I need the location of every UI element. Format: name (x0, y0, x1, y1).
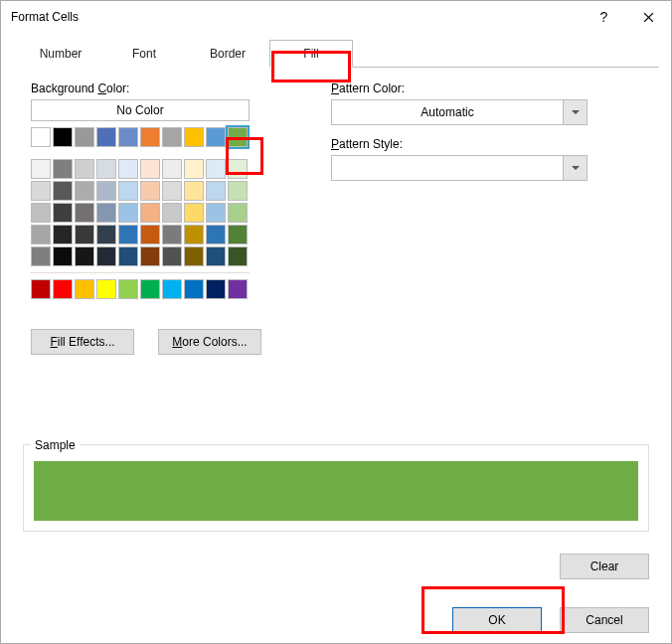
color-swatch[interactable] (206, 279, 226, 299)
chevron-down-icon (563, 100, 587, 124)
color-palette (31, 127, 261, 266)
tab-border[interactable]: Border (186, 40, 269, 68)
color-swatch[interactable] (31, 225, 51, 244)
color-swatch[interactable] (206, 159, 226, 179)
color-swatch[interactable] (184, 159, 204, 179)
close-button[interactable] (626, 1, 671, 33)
color-swatch[interactable] (206, 225, 226, 244)
window-title: Format Cells (11, 10, 79, 24)
background-color-label: Background Color: (31, 81, 261, 95)
color-swatch[interactable] (96, 127, 116, 147)
color-swatch[interactable] (118, 127, 138, 147)
color-swatch[interactable] (31, 159, 51, 179)
color-swatch[interactable] (140, 159, 160, 179)
color-swatch[interactable] (96, 203, 116, 223)
color-swatch[interactable] (162, 246, 182, 266)
color-swatch[interactable] (206, 127, 226, 147)
color-swatch[interactable] (53, 203, 73, 223)
color-swatch[interactable] (162, 225, 182, 244)
color-swatch[interactable] (162, 279, 182, 299)
pattern-color-value: Automatic (332, 105, 563, 119)
color-swatch[interactable] (140, 225, 160, 244)
color-swatch[interactable] (162, 159, 182, 179)
color-swatch[interactable] (118, 159, 138, 179)
right-column: Pattern Color: Automatic Pattern Style: (331, 81, 588, 355)
color-swatch[interactable] (53, 225, 73, 244)
tabstrip: Number Font Border Fill (19, 39, 659, 68)
color-swatch[interactable] (75, 246, 94, 266)
standard-colors-row (31, 279, 261, 299)
color-swatch[interactable] (118, 246, 138, 266)
color-swatch[interactable] (118, 225, 138, 244)
titlebar: Format Cells ? (1, 1, 671, 33)
color-swatch[interactable] (206, 181, 226, 201)
color-swatch[interactable] (75, 225, 94, 244)
chevron-down-icon (563, 156, 587, 180)
pattern-style-dropdown[interactable] (331, 155, 588, 181)
color-swatch[interactable] (75, 203, 94, 223)
color-swatch[interactable] (228, 159, 248, 179)
help-button[interactable]: ? (582, 1, 626, 33)
color-swatch[interactable] (140, 127, 160, 147)
color-swatch[interactable] (118, 203, 138, 223)
fill-effects-button[interactable]: Fill Effects... (31, 329, 134, 355)
more-colors-button[interactable]: More Colors... (158, 329, 261, 355)
color-swatch[interactable] (96, 181, 116, 201)
color-swatch[interactable] (140, 203, 160, 223)
color-swatch[interactable] (184, 279, 204, 299)
color-swatch[interactable] (96, 159, 116, 179)
color-swatch[interactable] (96, 246, 116, 266)
color-swatch[interactable] (53, 181, 73, 201)
color-swatch[interactable] (206, 246, 226, 266)
pattern-color-dropdown[interactable]: Automatic (331, 99, 588, 125)
color-swatch[interactable] (228, 246, 248, 266)
color-swatch[interactable] (118, 279, 138, 299)
color-swatch[interactable] (206, 203, 226, 223)
color-swatch[interactable] (31, 181, 51, 201)
color-swatch[interactable] (228, 279, 248, 299)
sample-group: Sample (23, 438, 649, 532)
left-column: Background Color: No Color Fill Effects.… (31, 81, 261, 355)
color-swatch[interactable] (228, 203, 248, 223)
color-swatch[interactable] (31, 203, 51, 223)
no-color-button[interactable]: No Color (31, 99, 250, 121)
color-swatch[interactable] (184, 181, 204, 201)
color-swatch[interactable] (228, 127, 248, 147)
color-swatch[interactable] (53, 127, 73, 147)
color-swatch[interactable] (162, 181, 182, 201)
pattern-color-label: Pattern Color: (331, 81, 588, 95)
color-swatch[interactable] (184, 127, 204, 147)
color-swatch[interactable] (140, 246, 160, 266)
color-swatch[interactable] (140, 181, 160, 201)
color-swatch[interactable] (184, 203, 204, 223)
clear-button[interactable]: Clear (560, 554, 649, 579)
color-swatch[interactable] (75, 181, 94, 201)
cancel-button[interactable]: Cancel (560, 607, 649, 633)
color-swatch[interactable] (140, 279, 160, 299)
color-swatch[interactable] (75, 159, 94, 179)
tab-font[interactable]: Font (102, 40, 186, 68)
color-swatch[interactable] (184, 246, 204, 266)
color-swatch[interactable] (96, 225, 116, 244)
color-swatch[interactable] (75, 127, 94, 147)
color-swatch[interactable] (31, 246, 51, 266)
color-swatch[interactable] (53, 279, 73, 299)
color-swatch[interactable] (162, 203, 182, 223)
color-swatch[interactable] (184, 225, 204, 244)
palette-divider (31, 272, 250, 273)
color-swatch[interactable] (228, 225, 248, 244)
ok-button[interactable]: OK (452, 607, 542, 633)
color-swatch[interactable] (162, 127, 182, 147)
tab-number[interactable]: Number (19, 40, 102, 68)
color-swatch[interactable] (228, 181, 248, 201)
pattern-style-label: Pattern Style: (331, 137, 588, 151)
color-swatch[interactable] (31, 127, 51, 147)
color-swatch[interactable] (118, 181, 138, 201)
color-swatch[interactable] (75, 279, 94, 299)
color-swatch[interactable] (53, 159, 73, 179)
tab-fill[interactable]: Fill (269, 40, 353, 68)
color-swatch[interactable] (96, 279, 116, 299)
color-swatch[interactable] (53, 246, 73, 266)
close-icon (643, 12, 654, 23)
color-swatch[interactable] (31, 279, 51, 299)
